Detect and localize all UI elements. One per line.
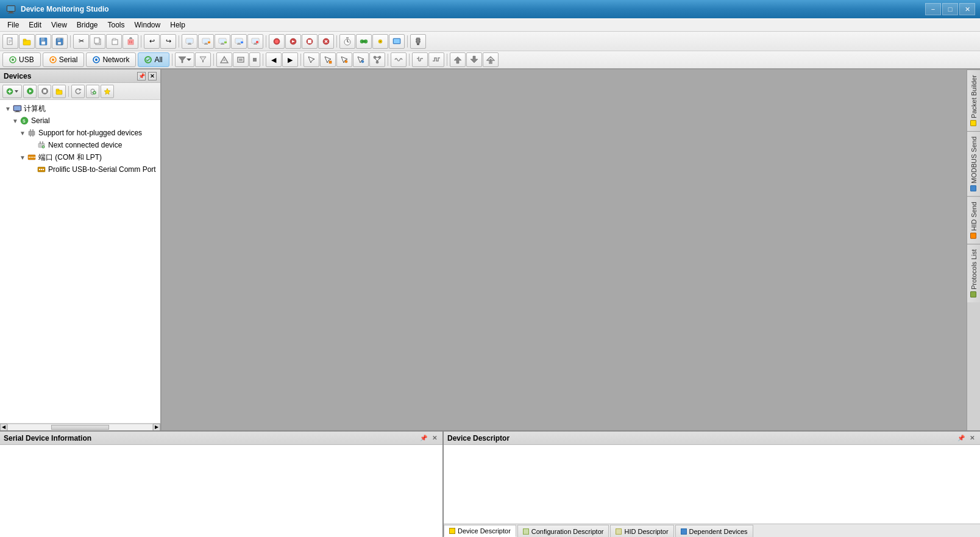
nav-fwd-button[interactable]: ▶ [282, 52, 298, 67]
connect-button[interactable] [356, 34, 372, 49]
cursor4-button[interactable] [353, 52, 369, 67]
undo-button[interactable]: ↩ [144, 34, 160, 49]
open-device-button[interactable] [52, 85, 66, 98]
tree-item-nextdevice[interactable]: Next connected device [0, 139, 160, 151]
toggle-computer[interactable]: ▼ [5, 105, 12, 112]
star-button[interactable] [101, 85, 114, 98]
tree-item-computer[interactable]: ▼ 计算机 [0, 102, 160, 115]
save-button[interactable] [35, 34, 51, 49]
menu-help[interactable]: Help [165, 20, 190, 30]
tab-configuration-descriptor[interactable]: Configuration Descriptor [517, 525, 609, 537]
sidebar-tab-hid-send[interactable]: HID Send [967, 196, 980, 244]
timer-button[interactable] [339, 34, 355, 49]
capture3-button[interactable] [302, 34, 318, 49]
shape1-button[interactable] [216, 52, 232, 67]
pin-button[interactable]: 📌 [137, 72, 146, 80]
delete-button[interactable] [122, 34, 138, 49]
network-tab[interactable]: Network [86, 52, 136, 67]
cursor2-button[interactable] [320, 52, 336, 67]
sidebar-tab-packet-builder[interactable]: Packet Builder [967, 69, 980, 131]
cursor3-button[interactable] [336, 52, 352, 67]
export2-button[interactable] [466, 52, 482, 67]
tree-item-port[interactable]: ▼ 端口 (COM 和 LPT) [0, 151, 160, 163]
title-text: Device Monitoring Studio [21, 5, 109, 13]
monitor5-button[interactable] [247, 34, 263, 49]
paste-button[interactable] [106, 34, 122, 49]
menu-tools[interactable]: Tools [103, 20, 130, 30]
cursor1-button[interactable] [304, 52, 319, 67]
scroll-right-arrow[interactable]: ▶ [153, 424, 160, 431]
add2-button[interactable] [86, 85, 99, 98]
monitor2-button[interactable] [198, 34, 214, 49]
svg-rect-28 [186, 39, 193, 43]
menu-edit[interactable]: Edit [24, 20, 46, 30]
capture4-button[interactable] [318, 34, 334, 49]
plugin-button[interactable] [410, 34, 426, 49]
devices-tree[interactable]: ▼ 计算机 ▼ S Serial ▼ [0, 100, 160, 423]
toolbar2: USB Serial Network All ◀ ▶ [0, 51, 980, 69]
play-device-button[interactable] [23, 85, 37, 98]
tree-item-prolific[interactable]: Prolific USB-to-Serial Comm Port [0, 163, 160, 176]
display-button[interactable] [389, 34, 405, 49]
stop-device-button[interactable] [38, 85, 51, 98]
scrollbar-thumb[interactable] [51, 425, 109, 430]
toggle-port[interactable]: ▼ [20, 154, 27, 161]
menu-window[interactable]: Window [130, 20, 166, 30]
scroll-left-arrow[interactable]: ◀ [0, 424, 7, 431]
toggle-serial[interactable]: ▼ [12, 118, 20, 124]
capture1-button[interactable] [269, 34, 285, 49]
copy-button[interactable] [90, 34, 105, 49]
add-device-button[interactable] [2, 85, 22, 98]
cut-button[interactable]: ✂ [73, 34, 89, 49]
open-button[interactable] [19, 34, 35, 49]
serial-tab[interactable]: Serial [43, 52, 85, 67]
tab-hid-descriptor[interactable]: HID Descriptor [610, 525, 673, 537]
config-descriptor-tab-icon [523, 528, 529, 535]
toggle-hotplug[interactable]: ▼ [20, 130, 27, 137]
filter-settings-button[interactable] [195, 52, 211, 67]
close-button[interactable]: ✕ [959, 3, 975, 15]
menu-bridge[interactable]: Bridge [72, 20, 103, 30]
capture2-button[interactable] [285, 34, 301, 49]
sidebar-tab-modbus-send[interactable]: MODBUS Send [967, 131, 980, 196]
wave3-button[interactable] [428, 52, 444, 67]
close-devices-button[interactable]: ✕ [148, 72, 157, 80]
menu-file[interactable]: File [2, 20, 24, 30]
device-descriptor-close[interactable]: ✕ [968, 434, 976, 443]
monitor4-button[interactable] [231, 34, 247, 49]
tree-item-serial[interactable]: ▼ S Serial [0, 115, 160, 127]
svg-rect-13 [41, 41, 45, 44]
shape3-button[interactable] [249, 52, 260, 67]
serial-info-content [0, 445, 442, 537]
all-tab[interactable]: All [138, 52, 169, 67]
save-all-button[interactable] [52, 34, 68, 49]
maximize-button[interactable]: □ [942, 3, 958, 15]
new-button[interactable] [2, 34, 18, 49]
menu-view[interactable]: View [46, 20, 72, 30]
usb-tab[interactable]: USB [2, 52, 41, 67]
tree-item-hotplug[interactable]: ▼ Support for hot-plugged devices [0, 127, 160, 139]
export1-button[interactable] [450, 52, 466, 67]
node-connect-button[interactable] [369, 52, 385, 67]
monitor1-button[interactable] [182, 34, 197, 49]
nav-back-button[interactable]: ◀ [266, 52, 282, 67]
tab-dependent-devices[interactable]: Dependent Devices [675, 525, 753, 537]
redo-button[interactable]: ↪ [160, 34, 176, 49]
refresh-button[interactable] [71, 85, 85, 98]
serial-info-close[interactable]: ✕ [430, 434, 439, 443]
sidebar-tab-protocols-list[interactable]: Protocols List [967, 244, 980, 302]
filter-button[interactable] [175, 52, 194, 67]
export3-button[interactable] [483, 52, 499, 67]
device-descriptor-pin[interactable]: 📌 [957, 434, 965, 443]
gear-button[interactable] [372, 34, 388, 49]
monitor3-button[interactable] [215, 34, 230, 49]
devices-hscrollbar[interactable] [7, 424, 153, 431]
serial-info-pin[interactable]: 📌 [419, 434, 428, 443]
wave2-button[interactable] [412, 52, 428, 67]
tab-device-descriptor[interactable]: Device Descriptor [444, 525, 516, 537]
hid-descriptor-tab-icon [616, 528, 622, 535]
shape2-button[interactable] [233, 52, 249, 67]
minimize-button[interactable]: − [925, 3, 941, 15]
packet-builder-icon [971, 120, 977, 126]
wave1-button[interactable] [391, 52, 407, 67]
